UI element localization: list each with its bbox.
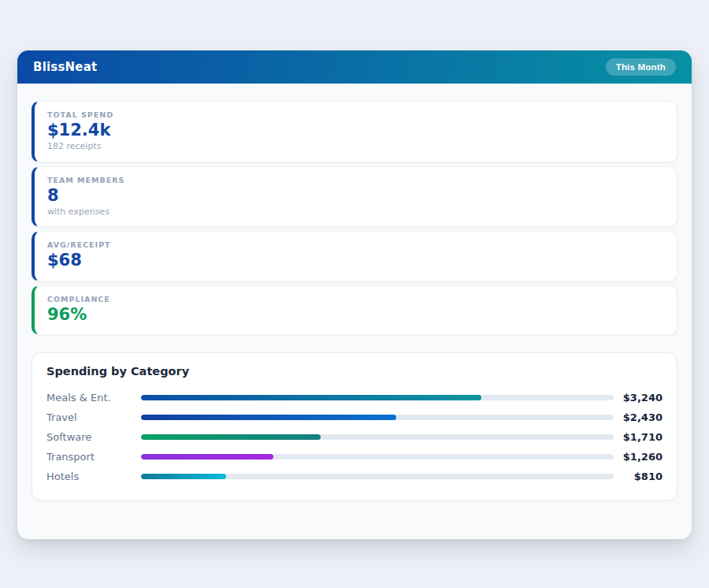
bar-fill	[141, 415, 396, 420]
stat-card-total-spend: TOTAL SPEND $12.4k 182 receipts	[32, 101, 677, 162]
stat-subtext: 182 receipts	[47, 141, 663, 152]
stat-label: AVG/RECEIPT	[47, 240, 663, 249]
bar-track	[141, 415, 614, 420]
category-value: $1,710	[614, 431, 663, 443]
category-value: $810	[614, 471, 663, 482]
dashboard-card: BlissNeat This Month TOTAL SPEND $12.4k …	[17, 50, 692, 539]
app-title: BlissNeat	[33, 60, 97, 74]
stat-label: TEAM MEMBERS	[47, 176, 663, 184]
category-label: Hotels	[46, 471, 141, 482]
chart-title: Spending by Category	[46, 365, 663, 378]
bar-track	[141, 395, 614, 400]
header: BlissNeat This Month	[17, 50, 692, 84]
category-value: $3,240	[614, 392, 663, 404]
bar-track	[141, 454, 614, 460]
bar-track	[141, 434, 614, 440]
category-label: Software	[46, 431, 141, 443]
bar-fill	[141, 474, 226, 479]
stat-label: TOTAL SPEND	[47, 110, 663, 119]
bar-fill	[141, 395, 481, 400]
chart-row-hotels: Hotels $810	[46, 467, 663, 486]
bar-track	[141, 474, 614, 479]
stat-card-compliance: COMPLIANCE 96%	[32, 285, 677, 335]
content-area: TOTAL SPEND $12.4k 182 receipts TEAM MEM…	[17, 84, 692, 501]
category-value: $2,430	[614, 411, 663, 423]
chart-row-travel: Travel $2,430	[46, 408, 663, 427]
period-badge[interactable]: This Month	[606, 58, 676, 76]
bar-fill	[141, 454, 273, 460]
spending-by-category-chart: Spending by Category Meals & Ent. $3,240…	[32, 352, 677, 501]
stat-label: COMPLIANCE	[47, 295, 663, 303]
bar-fill	[141, 434, 321, 440]
stat-value: 8	[47, 184, 663, 207]
stat-card-avg-receipt: AVG/RECEIPT $68	[32, 231, 677, 281]
stat-subtext: with expenses	[47, 207, 663, 218]
chart-row-meals: Meals & Ent. $3,240	[46, 388, 663, 408]
category-value: $1,260	[614, 451, 663, 463]
stat-value: $68	[47, 249, 663, 271]
category-label: Transport	[46, 451, 141, 463]
category-label: Meals & Ent.	[46, 392, 141, 404]
category-label: Travel	[46, 411, 141, 423]
stat-card-team-members: TEAM MEMBERS 8 with expenses	[32, 166, 677, 228]
chart-row-transport: Transport $1,260	[46, 447, 663, 467]
stat-value: 96%	[47, 303, 663, 326]
chart-row-software: Software $1,710	[46, 427, 663, 447]
stat-value: $12.4k	[47, 119, 663, 141]
